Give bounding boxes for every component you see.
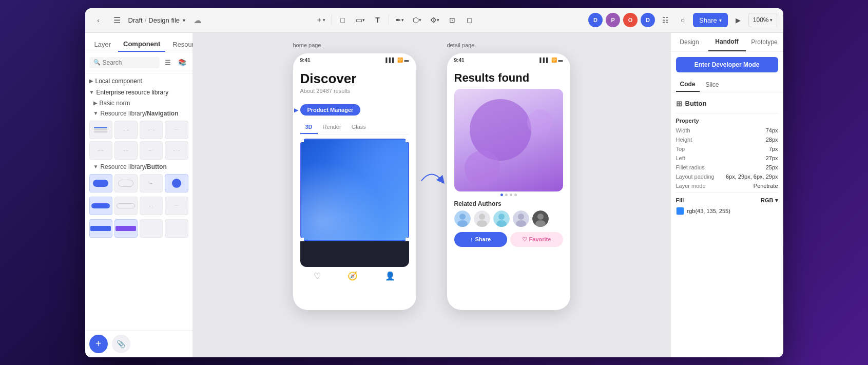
nav-component-1[interactable] [89,121,112,139]
subsection-navigation[interactable]: ▼ Resource library/Navigation [85,108,192,119]
dark-bar [300,241,409,267]
right-sub-tabs: Code Slice [671,78,783,92]
canvas-area[interactable]: home page 9:41 ▌▌▌ 🛜 ▬ Discover [193,33,670,357]
enter-dev-mode-button[interactable]: Enter Developer Mode [676,57,778,72]
nav-component-3[interactable]: - · - [140,121,163,139]
corner-tr[interactable] [406,139,409,142]
breadcrumb-file[interactable]: Design file [148,16,180,24]
add-tool-button[interactable]: ＋ ▾ [313,12,329,28]
search-input[interactable] [103,59,156,66]
tab-glass[interactable]: Glass [346,121,371,134]
nav-component-8[interactable]: - · - [165,141,188,160]
nav-component-5[interactable]: – – [89,141,112,160]
home-page-container: home page 9:41 ▌▌▌ 🛜 ▬ Discover [293,53,416,310]
sub-tab-slice[interactable]: Slice [702,78,723,92]
tab-3d[interactable]: 3D [300,121,318,134]
btn-comp-5[interactable] [89,197,112,215]
tab-prototype[interactable]: Prototype [746,33,783,51]
btn-comp-4[interactable] [165,174,188,193]
prop-layer-mode-value: Penetrate [754,183,778,189]
tab-design[interactable]: Design [671,33,708,51]
section-local-label: Local component [95,78,142,85]
dot-1 [500,194,503,196]
component-name-label: Button [685,100,707,107]
svg-point-7 [498,214,505,220]
search-icon: 🔍 [93,59,101,66]
card-actions: ♡ 🧭 👤 [300,267,409,285]
phone-status-bar-detail: 9:41 ▌▌▌ 🛜 ▬ [447,53,570,65]
tab-handoff[interactable]: Handoff [708,33,746,51]
nav-component-4[interactable]: ··· [165,121,188,139]
caret-right-icon: ▶ [89,78,93,84]
tab-render[interactable]: Render [318,121,346,134]
corner-br[interactable] [406,238,409,241]
nav-component-6[interactable]: - – [114,141,138,160]
prop-left-label: Left [676,155,766,161]
corner-bl[interactable] [300,238,304,241]
list-view-btn[interactable]: ☰ [162,56,174,69]
prop-layout-value: 6px, 29px, 6px, 29px [726,174,778,180]
frame-tool-button[interactable]: □ [335,12,351,28]
pen-tool-button[interactable]: ✒ ▾ [392,12,408,28]
text-tool-button[interactable]: T [370,12,385,28]
corner-tl[interactable] [300,139,304,142]
section-local-component[interactable]: ▶ Local component [85,75,192,87]
btn-comp-8[interactable]: ··· [165,197,188,215]
fill-label: Fill [676,197,684,203]
attach-button[interactable]: 📎 [112,335,130,353]
back-button[interactable]: ‹ [91,13,106,27]
add-component-button[interactable]: + [89,335,108,353]
detail-page-label: detail page [447,42,475,48]
text-icon: T [375,16,380,24]
tab-component[interactable]: Component [118,37,165,52]
sub-tab-code[interactable]: Code [676,78,700,92]
like-icon[interactable]: ♡ [314,271,321,281]
prop-height-value: 28px [766,137,778,143]
play-button[interactable]: ▶ [731,13,745,27]
section-enterprise[interactable]: ▼ Enterprise resource library [85,87,192,98]
compass-icon[interactable]: 🧭 [348,271,358,281]
btn-comp-6[interactable] [114,197,138,215]
btn-comp-7[interactable]: - - [140,197,163,215]
btn-comp-9[interactable] [89,219,112,238]
btn-comp-2[interactable] [114,174,138,193]
user-icon[interactable]: 👤 [385,271,395,281]
shape-tool-button[interactable]: ▭ ▾ [353,12,368,28]
subsection-basic-norm[interactable]: ▶ Basic norm [85,98,192,108]
breadcrumb: Draft / Design file ▾ [128,16,186,24]
btn-comp-10[interactable] [114,219,138,238]
plugin-tool-button[interactable]: ⚙ ▾ [427,12,442,28]
add-library-btn[interactable]: 📚 [176,56,188,69]
extra-tool-button[interactable]: ◻ [462,12,477,28]
share-button[interactable]: Share ▾ [693,13,728,27]
search-icon-btn[interactable]: ○ [676,13,690,27]
detail-primary-btn[interactable]: ↑ Share [454,232,507,247]
subsection-button[interactable]: ▼ Resource library/Button [85,162,192,172]
zoom-control[interactable]: 100% ▾ [748,13,777,27]
detail-secondary-btn[interactable]: ♡ Favorite [510,232,563,247]
nav-component-7[interactable]: – · [140,141,163,160]
plugin-icon: ⚙ [430,16,437,24]
tab-layer[interactable]: Layer [89,37,117,52]
top-bar: ‹ ☰ Draft / Design file ▾ ☁ ＋ ▾ □ [85,8,783,33]
color-swatch[interactable] [676,207,684,215]
btn-comp-1[interactable] [89,174,112,193]
crop-tool-button[interactable]: ⊡ [445,12,460,28]
battery-icon: ▬ [404,57,409,63]
btn-comp-11[interactable] [140,219,163,238]
btn-comp-3[interactable]: – [140,174,163,193]
prop-width: Width 74px [676,126,778,135]
signal-icon-d: ▌▌▌ [539,57,549,63]
boolean-tool-button[interactable]: ⬡ ▾ [410,12,425,28]
grid-icon-btn[interactable]: ☷ [658,13,672,27]
product-badge[interactable]: Product Manager [300,104,361,116]
main-content: Layer Component Resource 🔍 ☰ 📚 ▶ Local c… [85,33,783,357]
breadcrumb-draft: Draft [128,16,143,24]
prop-width-value: 74px [766,127,778,133]
btn-comp-12[interactable] [165,219,188,238]
prop-fillet: Fillet radius 25px [676,163,778,172]
nav-component-2[interactable]: – – [114,121,138,139]
blob-3 [527,109,553,135]
fill-mode[interactable]: RGB ▾ [761,197,778,204]
menu-button[interactable]: ☰ [110,13,124,27]
